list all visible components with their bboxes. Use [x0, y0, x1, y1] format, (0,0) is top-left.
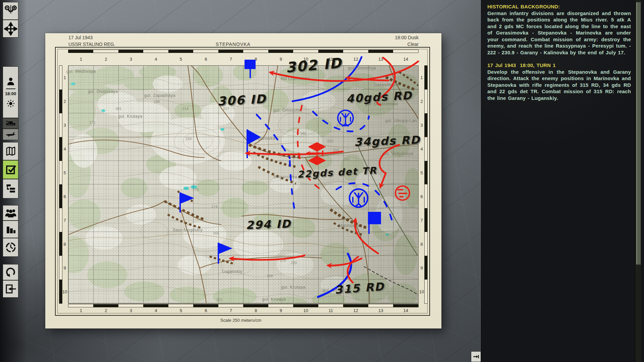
map-weather: Clear [408, 42, 419, 47]
weather-sun-icon[interactable] [6, 99, 15, 108]
divider [6, 88, 15, 89]
briefing-title-historical: HISTORICAL BACKGROUND: [487, 3, 631, 10]
turn-history-button[interactable] [3, 238, 18, 257]
exit-icon [5, 283, 16, 295]
personnel-button[interactable] [3, 205, 18, 221]
terrain-art [68, 66, 418, 303]
briefing-scrollbar[interactable] [635, 0, 641, 362]
mission-tasks-button[interactable] [3, 160, 18, 179]
zoom-in-out-icon [4, 4, 17, 18]
exit-button[interactable] [3, 280, 18, 298]
briefing-panel: HISTORICAL BACKGROUND: German infantry d… [481, 0, 644, 362]
map-title: STEPANOVKA [216, 42, 251, 47]
pan-arrows-icon [4, 22, 17, 36]
pan-button[interactable] [3, 20, 18, 38]
zoom-button[interactable] [3, 2, 18, 20]
org-tree-icon [5, 183, 17, 194]
map-terrain[interactable] [68, 66, 418, 303]
orders-structure-button[interactable] [3, 179, 18, 198]
plane-icon [5, 131, 16, 138]
briefing-title-turn: 17 Jul 1943 18:00, TURN 1 [487, 62, 631, 69]
bar-chart-icon [5, 224, 16, 235]
map-time: 18:00 Dusk [395, 35, 419, 40]
briefing-text: HISTORICAL BACKGROUND: German infantry d… [487, 3, 631, 101]
tank-icon [5, 120, 16, 127]
commander-icon[interactable] [6, 76, 16, 86]
clock-icon [5, 241, 17, 253]
briefing-scrollbar-thumb[interactable] [636, 2, 641, 265]
map-neatline-right [425, 66, 427, 303]
armor-view-button[interactable] [3, 118, 18, 129]
map-region: USSR STALINO REG. [68, 42, 115, 47]
restart-icon [5, 267, 16, 278]
collapse-right-icon [473, 354, 479, 359]
map-neatline-left [59, 66, 62, 303]
personnel-icon [5, 208, 17, 218]
statistics-button[interactable] [3, 221, 18, 238]
collapse-panel-button[interactable] [471, 351, 481, 362]
aviation-view-button[interactable] [3, 129, 18, 140]
briefing-body-historical: German infantry divisions are disorganiz… [487, 10, 631, 56]
map-neatline-bottom [68, 304, 418, 307]
turn-time-label: 18:00 [5, 91, 16, 96]
briefing-body-turn: Develop the offensive in the Stepanovka … [487, 69, 631, 102]
mission-checklist-icon [5, 164, 17, 176]
app-root: 17 Jul 1943 USSR STALINO REG. STEPANOVKA… [0, 0, 644, 362]
map-icon [5, 146, 16, 157]
map-view-button[interactable] [3, 142, 18, 160]
map-neatline-top [68, 50, 418, 53]
map-scale: Scale 250 meters/cm [220, 318, 261, 323]
map-date: 17 Jul 1943 [68, 35, 93, 40]
sidebar-status-group: 18:00 [3, 66, 18, 118]
restart-button[interactable] [3, 264, 18, 280]
